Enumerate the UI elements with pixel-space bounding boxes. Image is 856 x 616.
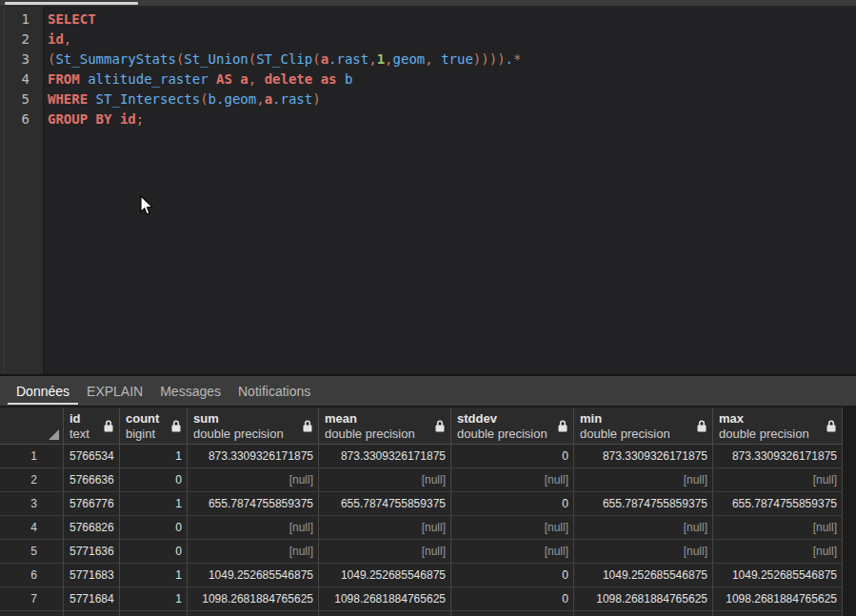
row-number[interactable]: 4	[0, 516, 64, 539]
cell[interactable]: 873.3309326171875	[188, 445, 319, 467]
code-token: ,	[256, 91, 264, 107]
editor-horizontal-scrollbar[interactable]	[0, 0, 856, 7]
cell[interactable]: [null]	[188, 468, 319, 491]
code-line[interactable]: GROUP BY id;	[48, 109, 856, 129]
code-token: AS	[216, 71, 232, 87]
null-value: [null]	[813, 545, 837, 558]
code-line[interactable]: id,	[48, 30, 856, 50]
sql-code[interactable]: SELECTid,(St_SummaryStats(St_Union(ST_Cl…	[48, 10, 856, 129]
cell[interactable]: 655.7874755859375	[574, 492, 713, 515]
cell[interactable]: 1049.252685546875	[574, 564, 713, 586]
tab-notifications[interactable]: Notifications	[229, 376, 319, 406]
cell[interactable]: 5766826	[64, 516, 120, 539]
cell[interactable]: [null]	[713, 540, 843, 563]
cell[interactable]: 0	[451, 587, 574, 610]
line-number: 2	[0, 30, 30, 50]
cell[interactable]: [null]	[188, 540, 319, 563]
column-header-min[interactable]: mindouble precision	[574, 407, 713, 444]
code-line[interactable]: WHERE ST_Intersects(b.geom,a.rast)	[48, 89, 856, 109]
cell[interactable]: 1098.2681884765625	[188, 587, 319, 610]
tab-explain[interactable]: EXPLAIN	[78, 376, 151, 406]
row-number[interactable]: 6	[0, 564, 64, 586]
line-numbers: 123456	[0, 10, 30, 129]
cell[interactable]: 5766636	[64, 468, 120, 491]
cell[interactable]: 5771636	[64, 540, 120, 563]
code-token: ,	[368, 51, 376, 67]
code-token: ;	[136, 111, 144, 127]
cell[interactable]: 1	[120, 445, 188, 467]
grid-header-row: idtextcountbigintsumdouble precisionmean…	[0, 407, 843, 445]
cell[interactable]: 5771684	[64, 587, 120, 610]
column-type: double precision	[193, 427, 299, 442]
cell[interactable]: 0	[120, 540, 188, 563]
grid-row: 257666360[null][null][null][null][null]	[0, 468, 843, 492]
cell[interactable]: 655.7874755859375	[319, 492, 451, 515]
cell[interactable]: 873.3309326171875	[574, 445, 713, 467]
cell	[713, 611, 843, 616]
code-line[interactable]: (St_SummaryStats(St_Union(ST_Clip(a.rast…	[48, 50, 856, 70]
column-header-id[interactable]: idtext	[64, 407, 120, 444]
row-number[interactable]: 3	[0, 492, 64, 515]
cell[interactable]: 1	[120, 564, 188, 586]
null-value: [null]	[289, 545, 313, 558]
cell[interactable]: 873.3309326171875	[713, 445, 843, 467]
cell[interactable]: 1	[120, 587, 188, 610]
column-header-count[interactable]: countbigint	[120, 407, 188, 444]
cell[interactable]: [null]	[319, 468, 451, 491]
code-token: 1	[377, 51, 385, 67]
cell[interactable]: 5766776	[64, 492, 120, 515]
column-header-sum[interactable]: sumdouble precision	[188, 407, 319, 444]
tab-messages[interactable]: Messages	[151, 376, 229, 406]
cell[interactable]: 1	[120, 492, 188, 515]
sql-editor[interactable]: 123456 SELECTid,(St_SummaryStats(St_Unio…	[0, 7, 856, 374]
cell[interactable]: [null]	[713, 516, 843, 539]
cell[interactable]: [null]	[713, 468, 843, 491]
cell[interactable]: 1049.252685546875	[713, 564, 843, 586]
cell[interactable]: [null]	[574, 516, 713, 539]
scrollbar-thumb[interactable]	[5, 2, 138, 5]
row-number[interactable]: 5	[0, 540, 64, 563]
cell[interactable]: 655.7874755859375	[713, 492, 843, 515]
code-token: id	[48, 31, 64, 47]
cell[interactable]: 1098.2681884765625	[574, 587, 713, 610]
column-header-stddev[interactable]: stddevdouble precision	[451, 407, 574, 444]
cell[interactable]: 0	[120, 516, 188, 539]
column-name: sum	[193, 411, 299, 427]
cell[interactable]: 873.3309326171875	[319, 445, 451, 467]
code-token: b	[209, 91, 216, 107]
cell[interactable]: [null]	[574, 468, 713, 491]
cell[interactable]: 1098.2681884765625	[319, 587, 451, 610]
cell[interactable]: [null]	[451, 540, 574, 563]
lock-icon	[104, 420, 113, 432]
code-token: b	[345, 71, 352, 87]
row-number[interactable]: 7	[0, 587, 64, 610]
cell[interactable]: 0	[451, 564, 574, 586]
cell[interactable]: [null]	[574, 540, 713, 563]
select-all-corner[interactable]	[0, 407, 64, 444]
column-header-mean[interactable]: meandouble precision	[319, 407, 451, 444]
code-line[interactable]: SELECT	[48, 10, 856, 30]
cell[interactable]: 655.7874755859375	[188, 492, 319, 515]
cell[interactable]: 5766534	[64, 445, 120, 467]
cell[interactable]: 5771683	[64, 564, 120, 586]
cell[interactable]: [null]	[319, 540, 451, 563]
code-token	[80, 71, 88, 87]
cell[interactable]: 0	[120, 468, 188, 491]
tab-donn-es[interactable]: Données	[8, 376, 78, 406]
null-value: [null]	[422, 473, 446, 487]
cell[interactable]: 1049.252685546875	[188, 564, 319, 586]
null-value: [null]	[289, 521, 313, 534]
cell[interactable]: [null]	[319, 516, 451, 539]
cell[interactable]: 1049.252685546875	[319, 564, 451, 586]
cell[interactable]: 1098.2681884765625	[713, 587, 843, 610]
cell[interactable]: [null]	[451, 468, 574, 491]
code-token: (	[200, 91, 208, 107]
cell[interactable]: [null]	[188, 516, 319, 539]
cell[interactable]: [null]	[451, 516, 574, 539]
code-line[interactable]: FROM altitude_raster AS a, delete as b	[48, 70, 856, 89]
cell[interactable]: 0	[451, 492, 574, 515]
column-header-max[interactable]: maxdouble precision	[713, 407, 843, 444]
row-number[interactable]: 1	[0, 445, 64, 467]
cell[interactable]: 0	[451, 445, 574, 467]
row-number[interactable]: 2	[0, 468, 64, 491]
